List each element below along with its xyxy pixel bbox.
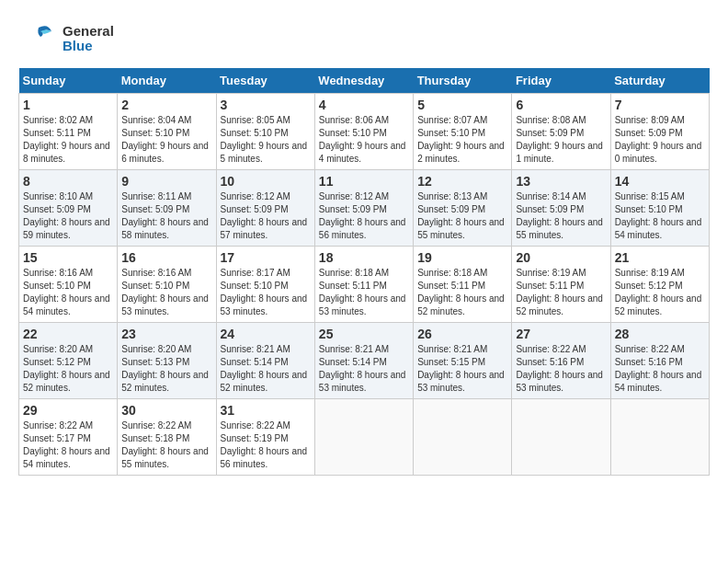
day-info: Sunrise: 8:21 AMSunset: 5:14 PMDaylight:… (319, 343, 409, 395)
calendar-cell: 28Sunrise: 8:22 AMSunset: 5:16 PMDayligh… (610, 323, 709, 399)
logo-blue: Blue (63, 39, 114, 54)
calendar-cell: 19Sunrise: 8:18 AMSunset: 5:11 PMDayligh… (414, 247, 512, 323)
logo-bird-icon (18, 18, 59, 59)
calendar-cell: 22Sunrise: 8:20 AMSunset: 5:12 PMDayligh… (19, 323, 118, 399)
calendar-cell: 16Sunrise: 8:16 AMSunset: 5:10 PMDayligh… (118, 247, 216, 323)
day-number: 2 (121, 98, 211, 112)
day-info: Sunrise: 8:22 AMSunset: 5:19 PMDaylight:… (221, 419, 311, 471)
day-number: 26 (417, 327, 507, 341)
day-number: 19 (417, 250, 507, 265)
calendar-cell: 30Sunrise: 8:22 AMSunset: 5:18 PMDayligh… (118, 399, 216, 476)
day-number: 31 (221, 403, 311, 418)
day-number: 13 (516, 174, 606, 189)
calendar-cell: 18Sunrise: 8:18 AMSunset: 5:11 PMDayligh… (314, 247, 413, 323)
day-info: Sunrise: 8:02 AMSunset: 5:11 PMDaylight:… (23, 114, 113, 166)
calendar-cell: 13Sunrise: 8:14 AMSunset: 5:09 PMDayligh… (512, 170, 610, 247)
calendar-week-row: 22Sunrise: 8:20 AMSunset: 5:12 PMDayligh… (19, 323, 710, 399)
calendar-cell: 21Sunrise: 8:19 AMSunset: 5:12 PMDayligh… (610, 247, 709, 323)
calendar-week-row: 15Sunrise: 8:16 AMSunset: 5:10 PMDayligh… (19, 247, 710, 323)
day-number: 21 (615, 250, 705, 265)
weekday-header-wednesday: Wednesday (314, 68, 413, 94)
day-info: Sunrise: 8:08 AMSunset: 5:09 PMDaylight:… (516, 114, 606, 166)
day-number: 24 (221, 327, 311, 341)
weekday-header-friday: Friday (512, 68, 610, 94)
day-number: 16 (121, 250, 211, 265)
day-number: 5 (417, 98, 507, 112)
day-info: Sunrise: 8:16 AMSunset: 5:10 PMDaylight:… (23, 267, 113, 318)
day-number: 30 (121, 403, 211, 418)
calendar-table: SundayMondayTuesdayWednesdayThursdayFrid… (18, 68, 710, 476)
day-number: 3 (221, 98, 311, 112)
day-number: 25 (319, 327, 409, 341)
weekday-header-thursday: Thursday (414, 68, 512, 94)
day-info: Sunrise: 8:15 AMSunset: 5:10 PMDaylight:… (615, 190, 705, 242)
day-info: Sunrise: 8:22 AMSunset: 5:17 PMDaylight:… (23, 419, 113, 471)
day-info: Sunrise: 8:11 AMSunset: 5:09 PMDaylight:… (121, 190, 211, 242)
day-info: Sunrise: 8:05 AMSunset: 5:10 PMDaylight:… (221, 114, 311, 166)
weekday-header-monday: Monday (118, 68, 216, 94)
day-number: 14 (615, 174, 705, 189)
calendar-cell: 12Sunrise: 8:13 AMSunset: 5:09 PMDayligh… (414, 170, 512, 247)
calendar-cell: 26Sunrise: 8:21 AMSunset: 5:15 PMDayligh… (414, 323, 512, 399)
page-header: General Blue (18, 18, 710, 59)
calendar-cell: 6Sunrise: 8:08 AMSunset: 5:09 PMDaylight… (512, 94, 610, 170)
day-number: 15 (23, 250, 113, 265)
day-info: Sunrise: 8:04 AMSunset: 5:10 PMDaylight:… (121, 114, 211, 166)
day-number: 22 (23, 327, 113, 341)
calendar-cell: 1Sunrise: 8:02 AMSunset: 5:11 PMDaylight… (19, 94, 118, 170)
calendar-cell: 7Sunrise: 8:09 AMSunset: 5:09 PMDaylight… (610, 94, 709, 170)
day-info: Sunrise: 8:06 AMSunset: 5:10 PMDaylight:… (319, 114, 409, 166)
day-info: Sunrise: 8:22 AMSunset: 5:16 PMDaylight:… (516, 343, 606, 395)
day-info: Sunrise: 8:19 AMSunset: 5:11 PMDaylight:… (516, 267, 606, 318)
day-number: 1 (23, 98, 113, 112)
day-number: 12 (417, 174, 507, 189)
day-info: Sunrise: 8:13 AMSunset: 5:09 PMDaylight:… (417, 190, 507, 242)
calendar-cell: 11Sunrise: 8:12 AMSunset: 5:09 PMDayligh… (314, 170, 413, 247)
calendar-cell: 15Sunrise: 8:16 AMSunset: 5:10 PMDayligh… (19, 247, 118, 323)
day-number: 9 (121, 174, 211, 189)
day-info: Sunrise: 8:12 AMSunset: 5:09 PMDaylight:… (221, 190, 311, 242)
day-info: Sunrise: 8:18 AMSunset: 5:11 PMDaylight:… (417, 267, 507, 318)
day-info: Sunrise: 8:09 AMSunset: 5:09 PMDaylight:… (615, 114, 705, 166)
calendar-cell: 27Sunrise: 8:22 AMSunset: 5:16 PMDayligh… (512, 323, 610, 399)
day-number: 27 (516, 327, 606, 341)
logo: General Blue (18, 18, 114, 59)
weekday-header-sunday: Sunday (19, 68, 118, 94)
day-number: 23 (121, 327, 211, 341)
day-number: 28 (615, 327, 705, 341)
calendar-cell: 25Sunrise: 8:21 AMSunset: 5:14 PMDayligh… (314, 323, 413, 399)
day-number: 18 (319, 250, 409, 265)
calendar-week-row: 1Sunrise: 8:02 AMSunset: 5:11 PMDaylight… (19, 94, 710, 170)
day-info: Sunrise: 8:18 AMSunset: 5:11 PMDaylight:… (319, 267, 409, 318)
weekday-header-tuesday: Tuesday (216, 68, 314, 94)
day-info: Sunrise: 8:10 AMSunset: 5:09 PMDaylight:… (23, 190, 113, 242)
calendar-cell: 17Sunrise: 8:17 AMSunset: 5:10 PMDayligh… (216, 247, 314, 323)
day-number: 10 (221, 174, 311, 189)
day-number: 29 (23, 403, 113, 418)
calendar-cell: 20Sunrise: 8:19 AMSunset: 5:11 PMDayligh… (512, 247, 610, 323)
weekday-header-row: SundayMondayTuesdayWednesdayThursdayFrid… (19, 68, 710, 94)
calendar-cell: 14Sunrise: 8:15 AMSunset: 5:10 PMDayligh… (610, 170, 709, 247)
calendar-cell (414, 399, 512, 476)
calendar-cell: 5Sunrise: 8:07 AMSunset: 5:10 PMDaylight… (414, 94, 512, 170)
day-info: Sunrise: 8:22 AMSunset: 5:16 PMDaylight:… (615, 343, 705, 395)
calendar-cell (610, 399, 709, 476)
day-info: Sunrise: 8:17 AMSunset: 5:10 PMDaylight:… (221, 267, 311, 318)
calendar-cell: 3Sunrise: 8:05 AMSunset: 5:10 PMDaylight… (216, 94, 314, 170)
day-info: Sunrise: 8:21 AMSunset: 5:15 PMDaylight:… (417, 343, 507, 395)
calendar-week-row: 29Sunrise: 8:22 AMSunset: 5:17 PMDayligh… (19, 399, 710, 476)
calendar-cell: 4Sunrise: 8:06 AMSunset: 5:10 PMDaylight… (314, 94, 413, 170)
day-number: 8 (23, 174, 113, 189)
day-info: Sunrise: 8:14 AMSunset: 5:09 PMDaylight:… (516, 190, 606, 242)
day-number: 11 (319, 174, 409, 189)
day-number: 6 (516, 98, 606, 112)
calendar-cell: 9Sunrise: 8:11 AMSunset: 5:09 PMDaylight… (118, 170, 216, 247)
calendar-cell: 23Sunrise: 8:20 AMSunset: 5:13 PMDayligh… (118, 323, 216, 399)
day-info: Sunrise: 8:20 AMSunset: 5:13 PMDaylight:… (121, 343, 211, 395)
calendar-cell: 10Sunrise: 8:12 AMSunset: 5:09 PMDayligh… (216, 170, 314, 247)
calendar-cell (512, 399, 610, 476)
day-info: Sunrise: 8:20 AMSunset: 5:12 PMDaylight:… (23, 343, 113, 395)
calendar-week-row: 8Sunrise: 8:10 AMSunset: 5:09 PMDaylight… (19, 170, 710, 247)
calendar-cell: 24Sunrise: 8:21 AMSunset: 5:14 PMDayligh… (216, 323, 314, 399)
day-info: Sunrise: 8:22 AMSunset: 5:18 PMDaylight:… (121, 419, 211, 471)
